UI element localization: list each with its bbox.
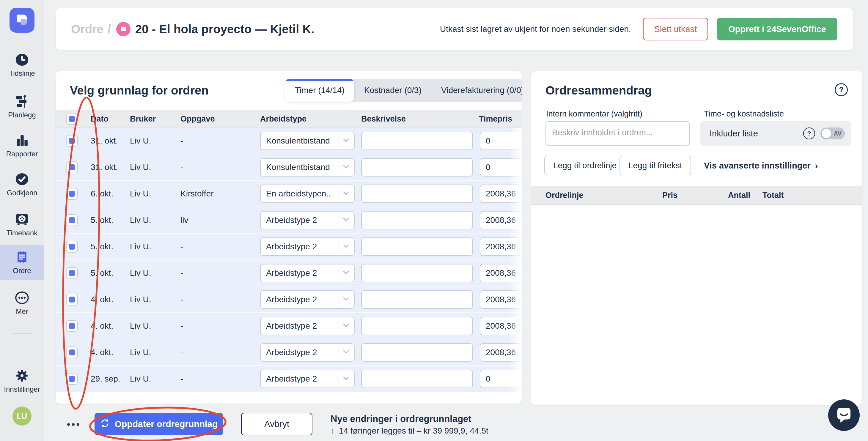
ellipsis-icon (14, 290, 30, 305)
sidebar-item-mer[interactable]: Mer (0, 290, 44, 316)
cancel-button[interactable]: Avbryt (241, 413, 312, 435)
worktype-select[interactable]: En arbeidstypen.. (260, 185, 354, 203)
gantt-icon (14, 94, 30, 109)
up-arrow-icon: ↑ (331, 426, 335, 436)
row-checkbox[interactable] (66, 293, 78, 306)
rate-input[interactable] (480, 264, 522, 282)
description-input[interactable] (361, 211, 473, 229)
include-list-toggle[interactable]: AV (820, 127, 845, 139)
order-summary-card: Ordresammendrag ? Intern kommentar (valg… (531, 71, 862, 405)
row-checkbox[interactable] (66, 241, 78, 253)
update-order-basis-button[interactable]: Oppdater ordregrunnlag (95, 413, 223, 435)
more-options-button[interactable] (65, 418, 82, 430)
row-checkbox[interactable] (66, 135, 78, 147)
rate-input[interactable] (480, 132, 522, 150)
row-checkbox[interactable] (66, 320, 78, 332)
rate-input[interactable] (480, 317, 522, 335)
cell-task: - (180, 321, 183, 331)
internal-comment-input[interactable] (546, 121, 690, 146)
project-badge (116, 22, 130, 36)
sidebar-item-label: Innstillinger (4, 385, 40, 393)
breadcrumb[interactable]: Ordre (71, 23, 103, 36)
rate-input[interactable] (480, 185, 522, 203)
row-checkbox[interactable] (66, 373, 78, 385)
sidebar-item-rapporter[interactable]: Rapporter (0, 133, 44, 158)
sidebar-item-godkjenn[interactable]: Godkjenn (0, 172, 44, 197)
gear-icon (14, 368, 30, 383)
worktype-select[interactable]: Arbeidstype 2 (260, 343, 354, 361)
sidebar-item-innstillinger[interactable]: Innstillinger (0, 368, 44, 393)
help-icon[interactable]: ? (835, 83, 848, 96)
sidebar-item-tidslinje[interactable]: Tidslinje (0, 52, 44, 77)
cell-task: - (180, 242, 183, 251)
worktype-select[interactable]: Arbeidstype 2 (260, 290, 354, 309)
breadcrumb-separator: / (107, 23, 111, 36)
description-input[interactable] (361, 132, 473, 150)
tab-kostnader[interactable]: Kostnader (0/3) (354, 79, 431, 102)
description-input[interactable] (361, 185, 473, 203)
sidebar-item-ordre[interactable]: Ordre (0, 245, 44, 280)
sidebar-item-label: Rapporter (6, 150, 38, 158)
advanced-settings-link[interactable]: Vis avanserte innstillinger › (704, 159, 818, 172)
chevron-down-icon (342, 374, 350, 384)
rate-input[interactable] (480, 290, 522, 309)
chevron-down-icon (342, 268, 350, 278)
user-avatar[interactable]: LU (12, 407, 32, 426)
app-logo[interactable] (9, 8, 34, 33)
tab-timer[interactable]: Timer (14/14) (285, 79, 354, 102)
worktype-select[interactable]: Arbeidstype 2 (260, 238, 354, 256)
rate-input[interactable] (480, 211, 522, 229)
create-order-button[interactable]: Opprett i 24SevenOffice (717, 18, 837, 40)
add-order-line-button[interactable]: Legg til ordrelinje (544, 156, 625, 175)
description-input[interactable] (361, 343, 473, 361)
sidebar-item-timebank[interactable]: Timebank (0, 212, 44, 237)
rate-input[interactable] (480, 370, 522, 388)
description-input[interactable] (361, 317, 473, 335)
chevron-right-icon: › (815, 160, 818, 171)
cell-task: - (180, 269, 183, 278)
rate-input[interactable] (480, 238, 522, 256)
tab-viderefakturering[interactable]: Viderefakturering (0/0) (431, 79, 522, 102)
refresh-icon (100, 418, 110, 430)
row-checkbox[interactable] (66, 188, 78, 200)
add-free-text-button[interactable]: Legg til fritekst (619, 156, 691, 175)
cell-date: 4. okt. (91, 321, 113, 331)
row-checkbox[interactable] (66, 267, 78, 279)
description-input[interactable] (361, 290, 473, 309)
select-all-checkbox[interactable] (66, 113, 78, 125)
description-input[interactable] (361, 370, 473, 388)
basis-tabs: Timer (14/14) Kostnader (0/3) Viderefakt… (285, 79, 522, 102)
description-input[interactable] (361, 158, 473, 177)
worktype-select[interactable]: Konsulentbistand (260, 158, 354, 177)
list-label: Time- og kostnadsliste (704, 109, 784, 119)
check-circle-icon (14, 172, 30, 187)
cell-user: Liv U. (130, 269, 151, 278)
worktype-select[interactable]: Arbeidstype 2 (260, 264, 354, 282)
summary-title: Ordresammendrag (546, 84, 652, 97)
row-checkbox[interactable] (66, 214, 78, 226)
chat-button[interactable] (828, 400, 860, 431)
description-input[interactable] (361, 264, 473, 282)
rate-input[interactable] (480, 343, 522, 361)
changes-detail: ↑ 14 føringer legges til – kr 39 999,9, … (331, 426, 488, 436)
col-totalt: Totalt (763, 191, 783, 200)
cell-user: Liv U. (130, 242, 151, 251)
description-input[interactable] (361, 238, 473, 256)
header-actions: Utkast sist lagret av ukjent for noen se… (440, 18, 837, 40)
sidebar-item-planlegg[interactable]: Planlegg (0, 94, 44, 119)
help-icon[interactable]: ? (803, 127, 815, 139)
worktype-select[interactable]: Arbeidstype 2 (260, 317, 354, 335)
delete-draft-button[interactable]: Slett utkast (643, 18, 708, 40)
table-row: 5. okt. Liv U. liv Arbeidstype 2 (56, 207, 522, 233)
worktype-select[interactable]: Konsulentbistand (260, 132, 354, 150)
col-arbeidstype: Arbeidstype (260, 114, 307, 123)
toggle-knob (822, 129, 831, 138)
rate-input[interactable] (480, 158, 522, 177)
worktype-select[interactable]: Arbeidstype 2 (260, 370, 354, 388)
cell-task: - (180, 295, 183, 304)
worktype-select[interactable]: Arbeidstype 2 (260, 211, 354, 229)
cell-user: Liv U. (130, 374, 151, 384)
row-checkbox[interactable] (66, 161, 78, 173)
row-checkbox[interactable] (66, 346, 78, 358)
sidebar: Tidslinje Planlegg Rapporter Godkjenn Ti (0, 0, 44, 441)
